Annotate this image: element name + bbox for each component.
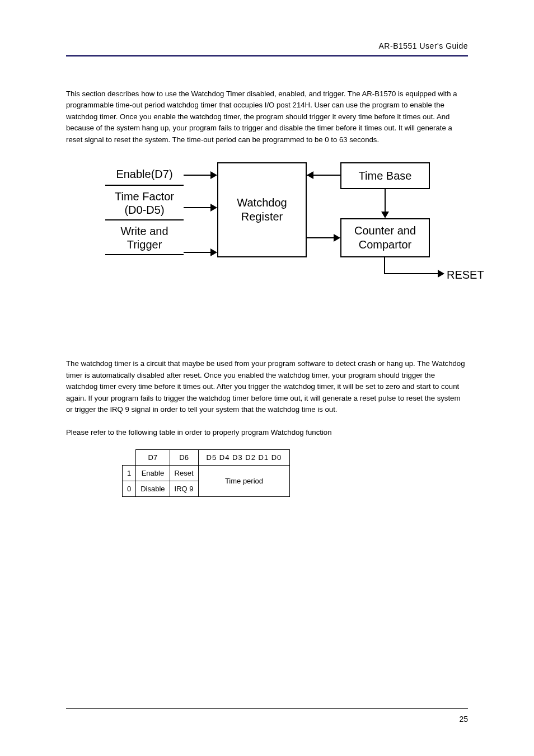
th-d7: D7 xyxy=(136,449,170,465)
separator-2 xyxy=(105,219,184,220)
cell-r2-key: 0 xyxy=(123,481,136,496)
label-enable-d7: Enable(D7) xyxy=(105,167,184,181)
th-d6: D6 xyxy=(170,449,198,465)
label-time-factor-1: Time Factor xyxy=(105,189,184,204)
label-reset: RESET xyxy=(447,267,491,282)
label-time-factor-2: (D0-D5) xyxy=(105,203,184,217)
line-reset xyxy=(384,273,440,274)
label-watchdog-2: Register xyxy=(241,210,283,224)
arrow-head-reset xyxy=(438,270,444,278)
separator-1 xyxy=(105,185,184,186)
cell-r1-d7: Enable xyxy=(136,465,170,481)
arrow-head-timefactor xyxy=(210,204,217,212)
arrow-head-writetrigger xyxy=(210,248,217,256)
content-area: This section describes how to use the Wa… xyxy=(66,88,468,497)
separator-3 xyxy=(105,254,184,255)
arrow-head-tb-to-counter xyxy=(381,212,389,218)
paragraph-2: The watchdog timer is a circuit that may… xyxy=(66,358,468,415)
line-wd-counter xyxy=(307,237,336,238)
th-d5-d0: D5 D4 D3 D2 D1 D0 xyxy=(198,449,290,465)
label-counter-1: Counter and xyxy=(354,224,416,238)
box-watchdog-register: Watchdog Register xyxy=(217,162,307,257)
page-number: 25 xyxy=(459,715,468,724)
label-counter-2: Compartor xyxy=(359,238,411,252)
arrow-line-writetrigger xyxy=(184,252,213,253)
table-header-row: D7 D6 D5 D4 D3 D2 D1 D0 xyxy=(123,449,290,465)
label-write-trigger-1: Write and xyxy=(105,224,184,238)
cell-r2-d6: IRQ 9 xyxy=(170,481,198,496)
arrow-head-tb-to-wd xyxy=(307,171,313,179)
page: AR-B1551 User's Guide This section descr… xyxy=(0,0,534,756)
cell-r1-d6: Reset xyxy=(170,465,198,481)
table-row: 1 Enable Reset Time period xyxy=(123,465,290,481)
label-watchdog-1: Watchdog xyxy=(237,196,287,210)
header-rule xyxy=(66,55,468,57)
line-tb-counter xyxy=(385,189,386,213)
bits-table: D7 D6 D5 D4 D3 D2 D1 D0 1 Enable Reset T… xyxy=(122,449,290,497)
box-time-base: Time Base xyxy=(340,162,430,189)
cell-r1-key: 1 xyxy=(123,465,136,481)
line-counter-down xyxy=(384,257,385,274)
box-counter-compartor: Counter and Compartor xyxy=(340,218,430,257)
arrow-line-timefactor xyxy=(184,207,213,208)
arrow-head-wd-to-counter xyxy=(334,234,340,242)
paragraph-1: This section describes how to use the Wa… xyxy=(66,88,468,145)
label-time-base: Time Base xyxy=(359,169,412,183)
watchdog-diagram: Enable(D7) Time Factor (D0-D5) Write and… xyxy=(66,162,469,308)
header-title: AR-B1551 User's Guide xyxy=(379,41,468,50)
arrow-head-enable xyxy=(210,171,217,179)
arrow-line-enable xyxy=(184,175,213,176)
paragraph-3: Please refer to the following table in o… xyxy=(66,427,468,438)
cell-time-period: Time period xyxy=(198,465,290,496)
footer-rule xyxy=(66,708,468,709)
label-write-trigger-2: Trigger xyxy=(105,237,184,252)
cell-r2-d7: Disable xyxy=(136,481,170,496)
